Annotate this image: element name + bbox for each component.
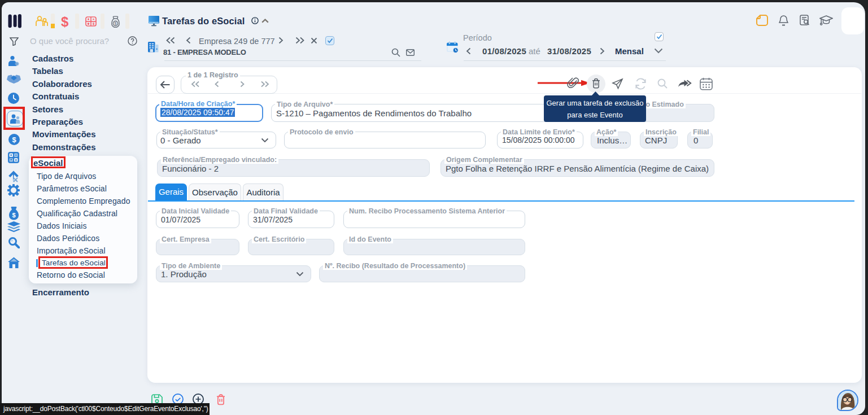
svg-text:$: $ <box>114 21 117 26</box>
svg-text:$: $ <box>12 212 15 219</box>
svg-text:$: $ <box>12 136 16 144</box>
